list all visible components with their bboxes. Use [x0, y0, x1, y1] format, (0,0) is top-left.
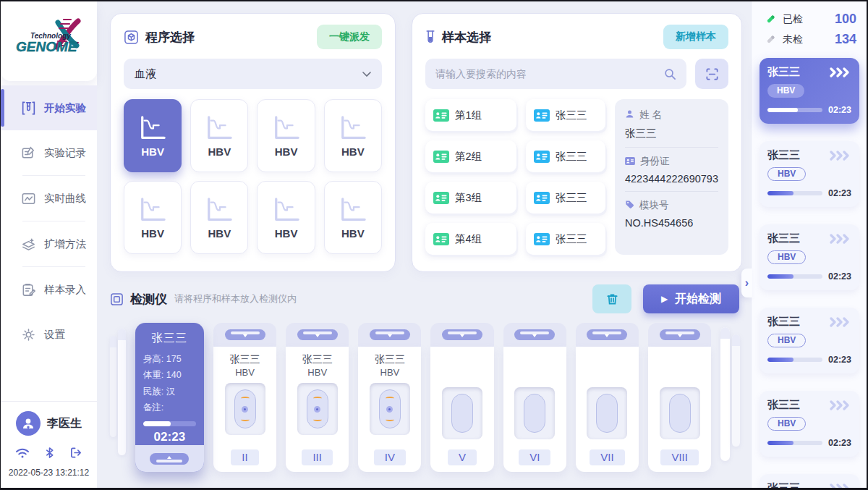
id-badge-blue-icon	[534, 151, 550, 163]
avatar[interactable]	[16, 411, 41, 436]
sidebar-item-label: 扩增方法	[44, 237, 86, 251]
info-id-value: 4223444222690793	[625, 173, 718, 185]
person-icon	[625, 109, 634, 121]
group-item[interactable]: 第1组	[425, 99, 516, 131]
slot-footer	[135, 445, 204, 472]
sidebar-menu: 开始实验 实验记录 实时曲线	[1, 81, 97, 401]
collapse-panel-button[interactable]: ›	[741, 269, 752, 297]
bluetooth-icon[interactable]	[44, 447, 55, 459]
slot-card[interactable]: VI	[503, 323, 566, 472]
trash-icon	[605, 292, 619, 306]
queue-card[interactable]: 张三三 HBV 02:23	[760, 474, 859, 490]
progress-bar	[767, 274, 822, 279]
tube-green-icon	[765, 14, 776, 25]
pcr-curve-icon	[271, 196, 302, 224]
queue-card[interactable]: 张三三 HBV 02:23	[760, 58, 859, 124]
scan-button[interactable]	[695, 59, 728, 89]
slot-card[interactable]: 张三三 HBV II	[213, 323, 276, 472]
sidebar-item-realtime-curves[interactable]: 实时曲线	[1, 176, 97, 221]
program-card[interactable]: HBV	[124, 181, 182, 254]
sample-item[interactable]: 张三三	[526, 223, 605, 255]
field-remark: 备注:	[143, 400, 196, 415]
sidebar-item-label: 实时曲线	[44, 192, 86, 206]
sidebar-item-start-experiment[interactable]: 开始实验	[1, 85, 97, 130]
program-card[interactable]: HBV	[257, 181, 315, 254]
left-sidebar: Technology GENOME 开始实验 实验记录	[1, 1, 97, 488]
id-badge-blue-icon	[534, 192, 550, 204]
sidebar-item-amplification-methods[interactable]: 扩增方法	[1, 221, 97, 266]
slot-handle[interactable]	[297, 329, 338, 340]
slot-card[interactable]: VII	[576, 323, 639, 472]
group-item[interactable]: 第4组	[425, 223, 516, 255]
pcr-curve-icon	[338, 114, 368, 142]
tube-gray-icon	[765, 34, 776, 45]
start-detection-button[interactable]: ▶ 开始检测	[643, 284, 739, 313]
sample-item[interactable]: 张三三	[526, 99, 605, 131]
add-sample-button[interactable]: 新增样本	[663, 25, 728, 49]
sample-item[interactable]: 张三三	[526, 140, 605, 172]
panel-title: 程序选择	[145, 29, 195, 46]
slot-handle[interactable]	[150, 453, 189, 465]
sample-type-dropdown[interactable]: 血液	[124, 59, 382, 89]
right-queue-panel: › 已检 100 未检 134 张三三 HBV 02:23	[751, 1, 867, 488]
one-click-dispatch-button[interactable]: 一键派发	[317, 25, 382, 49]
sidebar-item-settings[interactable]: 设置	[1, 312, 97, 357]
pcr-curve-icon	[204, 114, 234, 142]
program-card[interactable]: HBV	[257, 99, 315, 172]
program-card[interactable]: HBV	[190, 181, 248, 254]
sidebar-item-sample-entry[interactable]: 样本录入	[1, 267, 97, 312]
sidebar-item-label: 开始实验	[44, 101, 86, 115]
slot-handle[interactable]	[514, 329, 555, 340]
sample-item[interactable]: 张三三	[526, 182, 605, 214]
group-label: 第4组	[455, 232, 482, 246]
test-tube-icon	[425, 30, 435, 45]
program-card[interactable]: HBV	[324, 181, 382, 254]
queue-card[interactable]: 张三三 HBV 02:23	[760, 308, 859, 373]
info-name-label: 姓 名	[639, 109, 662, 122]
cartridge	[514, 387, 555, 439]
program-card[interactable]: HBV	[190, 99, 248, 172]
id-badge-blue-icon	[534, 109, 550, 122]
search-input[interactable]	[435, 68, 664, 80]
slot-card[interactable]: 张三三 HBV IV	[358, 323, 421, 472]
slot-card[interactable]: V	[430, 323, 493, 472]
group-item[interactable]: 第2组	[425, 140, 516, 172]
slot-handle[interactable]	[660, 329, 700, 340]
cartridge	[660, 387, 700, 439]
sample-name: 张三三	[556, 109, 587, 122]
slot-handle[interactable]	[370, 329, 410, 340]
slot-handle[interactable]	[587, 329, 627, 340]
program-card[interactable]: HBV	[324, 99, 382, 172]
logout-icon[interactable]	[69, 447, 83, 459]
wifi-icon[interactable]	[15, 447, 30, 459]
slot-handle[interactable]	[225, 329, 265, 340]
slot-tab	[286, 323, 349, 347]
tag-icon	[625, 200, 634, 211]
app-window: Technology GENOME 开始实验 实验记录	[1, 1, 867, 488]
slot-deck-right	[720, 323, 742, 472]
group-item[interactable]: 第3组	[425, 182, 516, 214]
queue-card[interactable]: 张三三 HBV 02:23	[760, 141, 859, 207]
slot-numeral: IV	[374, 449, 406, 465]
chevron-down-icon	[362, 72, 371, 77]
chevrons-right-icon	[830, 234, 851, 244]
program-tag: HBV	[767, 334, 806, 347]
info-module-value: NO.HS454656	[625, 217, 718, 229]
stat-checked: 已检 100	[765, 12, 856, 27]
slot-card[interactable]: 张三三 HBV III	[286, 323, 349, 472]
program-card[interactable]: HBV	[124, 99, 182, 172]
id-card-icon	[625, 156, 635, 167]
slot-card[interactable]: VIII	[648, 323, 711, 472]
slot-card-expanded[interactable]: 张三三 身高: 175 体重: 140 民族: 汉 备注: 02:23	[135, 323, 204, 472]
pcr-curve-icon	[204, 196, 234, 224]
search-icon[interactable]	[664, 68, 676, 80]
sidebar-item-experiment-records[interactable]: 实验记录	[1, 130, 97, 175]
clear-slots-button[interactable]	[592, 284, 631, 313]
group-label: 第2组	[455, 150, 482, 164]
queue-card[interactable]: 张三三 HBV 02:23	[760, 391, 859, 457]
cartridge	[442, 387, 482, 439]
logo: Technology GENOME	[1, 1, 97, 81]
queue-card[interactable]: 张三三 HBV 02:23	[760, 224, 859, 290]
id-badge-green-icon	[433, 233, 449, 245]
slot-handle[interactable]	[442, 329, 482, 340]
